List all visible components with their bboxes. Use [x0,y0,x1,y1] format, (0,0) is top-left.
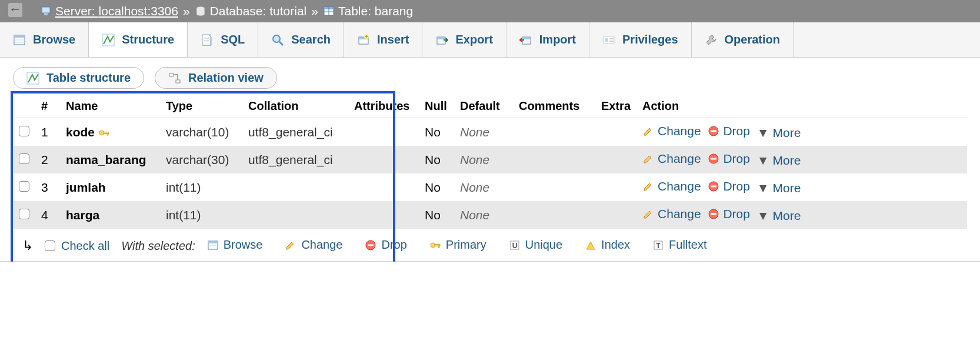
row-collation: utf8_general_ci [242,118,348,146]
action-change[interactable]: Change [642,124,701,138]
breadcrumb-database[interactable]: Database: tutorial [195,4,307,18]
row-default: None [454,173,513,201]
row-name: nama_barang [60,146,160,173]
col-num[interactable]: # [35,95,60,118]
back-arrow-icon[interactable]: ← [8,3,22,17]
action-more[interactable]: ▼ More [757,181,801,195]
col-attributes[interactable]: Attributes [348,95,419,118]
tab-sql[interactable]: SQL [188,22,258,57]
row-checkbox[interactable] [19,209,29,219]
breadcrumb-sep: » [311,4,318,18]
bottom-action-fulltext[interactable]: TFulltext [652,238,706,252]
svg-rect-37 [711,158,716,160]
tab-label: Privileges [622,33,678,46]
svg-rect-46 [368,244,374,246]
action-change[interactable]: Change [642,207,701,221]
row-extra [595,146,636,173]
caret-down-icon: ▼ [757,126,769,140]
browse-icon [13,34,26,46]
action-drop[interactable]: Drop [708,152,750,166]
tab-browse[interactable]: Browse [0,22,89,57]
unique-icon: U [509,239,521,251]
svg-point-15 [273,35,280,42]
action-change[interactable]: Change [642,179,701,193]
tab-label: SQL [221,33,245,46]
svg-rect-39 [711,186,716,188]
tab-insert[interactable]: Insert [344,22,422,57]
bottom-action-index[interactable]: Index [585,238,630,252]
table-row: 2 nama_barang varchar(30) utf8_general_c… [13,146,967,173]
breadcrumb-server[interactable]: Server: localhost:3306 [40,4,178,18]
col-name[interactable]: Name [60,95,160,118]
col-null[interactable]: Null [419,95,454,118]
svg-rect-49 [438,246,439,248]
action-more[interactable]: ▼ More [757,209,801,223]
pencil-icon [642,180,654,192]
action-change[interactable]: Change [642,152,701,166]
breadcrumb-table[interactable]: Table: barang [323,4,413,18]
import-icon [519,34,532,46]
drop-icon [708,208,719,220]
row-type: int(11) [160,173,242,201]
row-checkbox[interactable] [19,181,29,192]
bottom-action-change[interactable]: Change [285,238,342,252]
action-drop[interactable]: Drop [708,124,750,138]
col-collation[interactable]: Collation [242,95,348,118]
row-collation: utf8_general_ci [242,146,348,173]
action-drop[interactable]: Drop [708,179,750,193]
tab-label: Insert [377,33,409,46]
svg-rect-0 [42,7,50,13]
row-default: None [454,118,513,146]
col-extra[interactable]: Extra [595,95,636,118]
svg-rect-12 [202,35,211,45]
row-checkbox[interactable] [19,126,29,136]
bottom-action-drop[interactable]: Drop [365,238,406,252]
drop-icon [708,125,719,137]
tab-operations[interactable]: Operation [692,22,794,57]
action-more[interactable]: ▼ More [757,153,801,168]
fulltext-icon: T [652,239,664,251]
with-selected-label: With selected: [121,239,195,253]
col-comments[interactable]: Comments [513,95,595,118]
db-label: Database: [210,4,266,18]
row-checkbox[interactable] [19,153,29,164]
subtab-table-structure[interactable]: Table structure [13,67,144,89]
tab-structure[interactable]: Structure [89,22,188,58]
breadcrumb-sep: » [183,4,190,18]
action-more[interactable]: ▼ More [757,126,801,140]
structure-table-wrap: # Name Type Collation Attributes Null De… [0,95,980,229]
row-default: None [454,201,513,229]
tab-label: Browse [33,33,75,46]
row-attributes [348,118,419,146]
subtab-relation-view[interactable]: Relation view [155,67,277,89]
col-default[interactable]: Default [454,95,513,118]
bottom-action-unique[interactable]: UUnique [509,238,562,252]
svg-rect-1 [44,13,48,15]
row-comments [513,201,595,229]
svg-rect-21 [437,37,445,39]
server-value: localhost:3306 [99,4,178,18]
svg-text:U: U [512,242,517,250]
row-collation [242,201,348,229]
col-type[interactable]: Type [160,95,242,118]
row-name: kode [60,118,160,146]
tab-import[interactable]: Import [506,22,589,57]
structure-table: # Name Type Collation Attributes Null De… [13,95,967,229]
check-all-checkbox[interactable] [45,240,55,251]
row-extra [595,118,636,146]
svg-rect-29 [169,73,174,76]
bottom-action-browse[interactable]: Browse [207,238,263,252]
tab-export[interactable]: Export [422,22,506,57]
tab-privileges[interactable]: Privileges [589,22,692,57]
insert-icon [357,34,370,46]
tab-label: Operation [725,33,780,46]
row-default: None [454,146,513,173]
table-row: 1 kode varchar(10) utf8_general_ci No No… [13,118,967,146]
tab-search[interactable]: Search [258,22,344,57]
action-drop[interactable]: Drop [708,207,750,221]
check-all[interactable]: Check all [45,239,109,253]
tabs: Browse Structure SQL Search Insert Expor… [0,22,980,58]
bottom-action-primary[interactable]: Primary [429,238,486,252]
svg-rect-41 [711,213,716,215]
svg-rect-8 [14,35,25,38]
